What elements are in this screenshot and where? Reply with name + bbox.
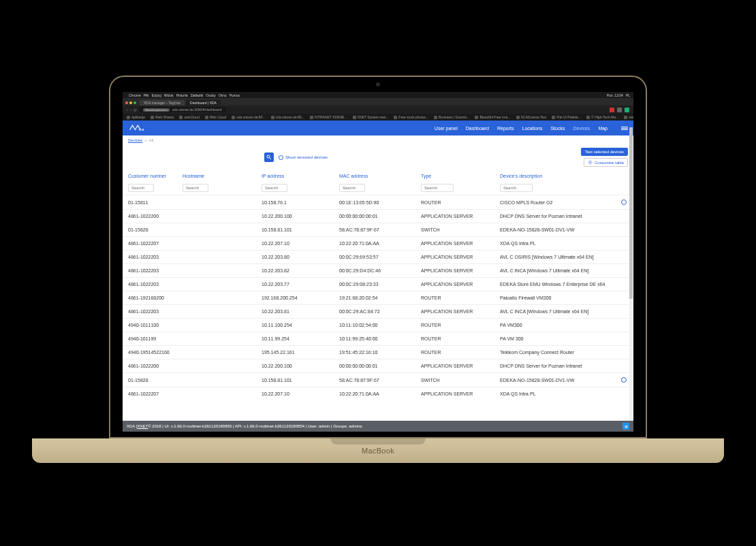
bookmark-item[interactable]: Aplikacje bbox=[127, 115, 145, 119]
table-row[interactable]: 01-1581110.158.76.100:1E:13:65:5D:90ROUT… bbox=[123, 195, 633, 209]
table-row[interactable]: 01-1582810.158.81.10158:AC:78:87:9F:67SW… bbox=[123, 223, 633, 236]
security-badge: Niezabezpieczona bbox=[143, 108, 170, 112]
footer-link[interactable]: XNET bbox=[137, 424, 148, 428]
row-checkbox[interactable] bbox=[621, 377, 627, 383]
bookmark-item[interactable]: Web Cloud bbox=[205, 115, 227, 119]
forward-icon[interactable]: › bbox=[130, 108, 131, 112]
device-table: Customer numberHostnameIP addressMAC add… bbox=[123, 170, 633, 400]
bookmark-item[interactable]: XNET System new... bbox=[353, 115, 389, 119]
window-minimize-icon[interactable] bbox=[129, 101, 132, 104]
laptop-frame: Chrome Plik Edytuj Widok Historia Zakład… bbox=[109, 76, 647, 438]
table-row[interactable]: 01-1582810.158.81.10158:AC:78:87:9F:67SW… bbox=[123, 372, 633, 387]
bookmark-item[interactable]: © High-Tech Ma... bbox=[586, 115, 618, 119]
bookmark-item[interactable]: Business | Downlo... bbox=[434, 115, 469, 119]
table-row[interactable]: 4861-102220710.22.207.1010:22:20:71:0A:A… bbox=[123, 387, 633, 400]
nav-item-dashboard[interactable]: Dashboard bbox=[466, 126, 489, 131]
column-header[interactable]: Device's description bbox=[500, 174, 614, 178]
back-icon[interactable]: ‹ bbox=[127, 108, 128, 112]
nav-item-devices[interactable]: Devices bbox=[573, 126, 590, 131]
table-row[interactable]: 4940-19514522160195.145.22.16119:51:45:2… bbox=[123, 345, 633, 359]
bookmark-item[interactable]: Beautiful Free Ima... bbox=[475, 115, 510, 119]
test-devices-button[interactable]: Test selected devices bbox=[581, 148, 628, 156]
cell-c: 4861-192168200 bbox=[128, 295, 183, 300]
table-row[interactable]: 4861-102220310.22.203.8100:0C:29:AC:84:7… bbox=[123, 304, 633, 318]
table-row[interactable]: 4861-102220010.22.200.10000:00:00:00:00:… bbox=[123, 209, 633, 223]
table-row[interactable]: 4861-102220310.22.203.7700:0C:29:08:23:3… bbox=[123, 277, 633, 291]
avatar-icon[interactable] bbox=[625, 108, 629, 112]
window-maximize-icon[interactable] bbox=[133, 101, 136, 104]
bookmark-item[interactable]: xda.xdsnet.de:80... bbox=[271, 115, 304, 119]
bookmark-item[interactable]: ownCloud bbox=[179, 115, 199, 119]
url-field[interactable]: Niezabezpieczona xda.xdsnet.de:3090/#/da… bbox=[139, 107, 226, 112]
browser-tab-active[interactable]: Dashboard | XDA bbox=[186, 100, 221, 106]
table-row[interactable]: 4861-192168200192.168.200.25419:21:68:20… bbox=[123, 291, 633, 304]
window-close-icon[interactable] bbox=[125, 101, 128, 104]
filter-input[interactable] bbox=[500, 184, 533, 192]
mac-menu-item[interactable]: Okno bbox=[219, 93, 227, 97]
extension-icon[interactable] bbox=[610, 108, 614, 112]
scroll-thumb[interactable] bbox=[629, 127, 633, 299]
camera-icon bbox=[376, 82, 380, 86]
table-row[interactable]: 4861-102220010.22.200.10000:00:00:00:00:… bbox=[123, 359, 633, 372]
cell-c: 4940-19514522160 bbox=[128, 350, 183, 355]
breadcrumb-sep: » bbox=[144, 138, 146, 142]
cell-t: APPLICATION SERVER bbox=[421, 391, 500, 396]
mac-clock: Pon. 12:04 bbox=[607, 93, 623, 97]
cell-t: APPLICATION SERVER bbox=[421, 255, 500, 259]
breadcrumb-root[interactable]: Devices bbox=[128, 138, 142, 142]
nav-item-user-panel[interactable]: User panel bbox=[435, 126, 458, 131]
row-checkbox[interactable] bbox=[621, 199, 627, 205]
table-row[interactable]: 4940-101110010.11.100.25410:11:10:02:54:… bbox=[123, 318, 633, 332]
column-header[interactable]: Hostname bbox=[183, 174, 262, 178]
mac-menu-item[interactable]: Zakładki bbox=[191, 93, 204, 97]
nav-item-map[interactable]: Map bbox=[598, 126, 608, 131]
app-logo[interactable]: XDA bbox=[128, 123, 146, 133]
close-icon: ✕ bbox=[625, 424, 628, 429]
cell-d: DHCP DNS Server for Poznan Intranet bbox=[500, 214, 614, 219]
filter-input[interactable] bbox=[128, 184, 154, 192]
bookmark-item[interactable]: xda.xdsnet.de:80... bbox=[232, 115, 265, 119]
column-header[interactable]: MAC address bbox=[339, 174, 421, 178]
reload-icon[interactable]: ⟳ bbox=[133, 108, 137, 112]
customize-table-button[interactable]: Customize table bbox=[584, 158, 628, 167]
nav-item-stocks[interactable]: Stocks bbox=[550, 126, 565, 131]
bookmark-item[interactable]: Flat UI Palette... bbox=[552, 115, 581, 119]
filter-input[interactable] bbox=[262, 184, 287, 192]
cell-c: 4861-1022203 bbox=[128, 282, 183, 287]
cell-d: PA VM 300 bbox=[500, 336, 614, 341]
cell-d: Telekom Company Connect Router bbox=[500, 350, 614, 355]
nav-item-locations[interactable]: Locations bbox=[522, 126, 542, 131]
filter-input[interactable] bbox=[339, 184, 365, 192]
cell-d: XDA QS Intra PL bbox=[500, 241, 614, 246]
mac-menu-item[interactable]: Pomoc bbox=[230, 93, 240, 97]
bookmark-item[interactable]: INTRANET XDSNE... bbox=[310, 115, 347, 119]
extension-icon[interactable] bbox=[617, 108, 622, 112]
filter-input[interactable] bbox=[183, 184, 208, 192]
bookmark-item[interactable]: SCADvance Test bbox=[516, 115, 547, 119]
bookmark-item[interactable]: www.goo... bbox=[624, 115, 633, 119]
mac-menu-item[interactable]: Widok bbox=[164, 93, 174, 97]
column-header[interactable]: IP address bbox=[262, 174, 339, 178]
mac-lang[interactable]: PL bbox=[626, 93, 630, 97]
nav-item-reports[interactable]: Reports bbox=[497, 126, 514, 131]
table-row[interactable]: 4861-102220710.22.207.1010:22:20:71:0A:A… bbox=[123, 236, 633, 250]
table-row[interactable]: 4940-10119910.11.99.25410:11:99:25:40:00… bbox=[123, 332, 633, 345]
mac-menu-item[interactable]: Edytuj bbox=[152, 93, 161, 97]
bookmark-item[interactable]: Web Shareý bbox=[151, 115, 174, 119]
mac-menu-item[interactable]: Historia bbox=[176, 93, 188, 97]
bookmark-item[interactable]: Free stock photos... bbox=[394, 115, 428, 119]
mac-menu-item[interactable]: Osoby bbox=[206, 93, 215, 97]
show-removed-toggle[interactable]: Show removed devices bbox=[279, 155, 328, 160]
column-header[interactable]: Type bbox=[421, 174, 500, 178]
scrollbar[interactable] bbox=[629, 127, 633, 423]
browser-tab[interactable]: XDA manager – TagOne bbox=[140, 100, 185, 106]
table-row[interactable]: 4861-102220310.22.203.8000:0C:29:69:53:5… bbox=[123, 250, 633, 263]
filter-input[interactable] bbox=[421, 184, 454, 192]
column-header[interactable]: Customer number bbox=[128, 174, 183, 178]
mac-menu-app[interactable]: Chrome bbox=[129, 93, 141, 97]
search-button[interactable] bbox=[264, 152, 274, 162]
footer-close-button[interactable]: ✕ bbox=[623, 423, 629, 430]
table-row[interactable]: 4861-102220310.22.203.8200:0C:29:D4:DC:4… bbox=[123, 263, 633, 277]
mac-menu-item[interactable]: Plik bbox=[144, 93, 149, 97]
menu-icon[interactable] bbox=[621, 127, 628, 130]
